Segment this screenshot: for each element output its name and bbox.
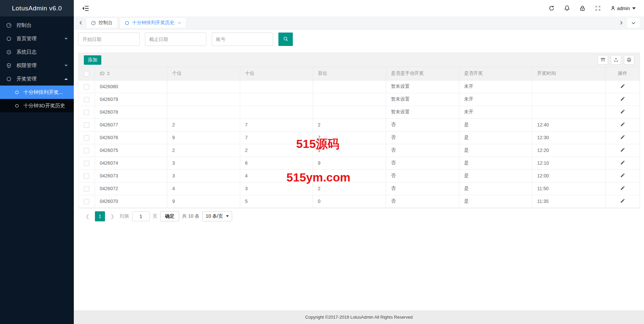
cell-opened: 未开 <box>459 93 532 106</box>
row-checkbox[interactable] <box>84 186 89 192</box>
edit-icon[interactable] <box>620 84 625 89</box>
row-checkbox[interactable] <box>84 135 89 141</box>
account-input[interactable] <box>212 33 273 46</box>
table-header: ID 个位 十位 百位 是否是手动开奖 是否开奖 开奖时间 操作 <box>78 67 640 80</box>
add-button[interactable]: 添加 <box>84 55 101 65</box>
cell-hundreds <box>313 80 386 93</box>
total-count: 共 10 条 <box>182 213 199 219</box>
cell-opened: 未开 <box>459 106 532 118</box>
lock-icon[interactable] <box>579 5 586 11</box>
goto-page-input[interactable] <box>132 211 150 221</box>
edit-icon[interactable] <box>620 173 625 178</box>
export-icon[interactable] <box>611 55 621 65</box>
row-checkbox[interactable] <box>84 84 89 90</box>
cell-units: 9 <box>167 131 240 144</box>
sidebar-subitem-tenmin-3d[interactable]: 十分钟3D开奖历史 <box>0 99 74 112</box>
cell-id: 0426076 <box>95 131 167 144</box>
edit-icon[interactable] <box>620 185 625 191</box>
tab-close-icon[interactable]: × <box>178 20 181 26</box>
tabs-scroll-left-icon[interactable] <box>78 20 84 25</box>
cell-manual: 否 <box>386 195 459 208</box>
edit-icon[interactable] <box>620 147 625 152</box>
cell-id: 0426075 <box>95 144 167 157</box>
prev-page-icon[interactable]: ❮ <box>83 211 92 221</box>
bell-icon[interactable] <box>564 5 570 11</box>
row-checkbox[interactable] <box>84 110 89 115</box>
cell-units: 3 <box>167 157 240 169</box>
edit-icon[interactable] <box>620 96 625 101</box>
search-button[interactable] <box>278 33 293 46</box>
row-checkbox[interactable] <box>84 148 89 153</box>
select-all-checkbox[interactable] <box>84 71 89 76</box>
cell-actions <box>605 131 640 144</box>
app-title: LotusAdmin v6.0 <box>0 0 74 16</box>
page-size-select[interactable]: 10 条/页 <box>202 211 232 221</box>
sidebar-subitem-label: 十分钟排列开奖... <box>23 89 63 96</box>
next-page-icon[interactable]: ❯ <box>108 211 117 221</box>
edit-icon[interactable] <box>620 198 625 203</box>
cell-actions <box>605 195 640 208</box>
edit-icon[interactable] <box>620 109 625 114</box>
cell-time <box>532 80 605 93</box>
sidebar-item-home-mgmt[interactable]: 首页管理 <box>0 32 74 45</box>
table-body: 0426080 暂未设置 未开 0426079 暂未设置 未开 0426078 … <box>78 80 640 208</box>
start-date-input[interactable] <box>78 33 140 46</box>
sidebar-item-label: 开奖管理 <box>16 76 37 82</box>
cell-tens <box>240 93 313 106</box>
tabbar: 控制台 十分钟排列开奖历史 × <box>74 16 644 30</box>
edit-icon[interactable] <box>620 160 625 165</box>
current-page-button[interactable]: 1 <box>95 211 105 221</box>
sort-icon[interactable] <box>107 71 110 75</box>
cell-actions <box>605 169 640 182</box>
print-icon[interactable] <box>624 55 634 65</box>
collapse-sidebar-icon[interactable] <box>82 5 90 12</box>
row-checkbox[interactable] <box>84 199 89 204</box>
end-date-input[interactable] <box>145 33 206 46</box>
cell-tens: 3 <box>240 182 313 195</box>
row-checkbox[interactable] <box>84 161 89 166</box>
row-checkbox-cell <box>78 131 95 144</box>
tabs-dropdown-button[interactable] <box>627 18 640 28</box>
sidebar-item-draw-mgmt[interactable]: 开奖管理 <box>0 72 74 86</box>
header-is-drawn: 是否开奖 <box>459 67 532 80</box>
cell-units <box>167 80 240 93</box>
footer: Copyright ©2017-2019 LotusAdmin All Righ… <box>74 310 644 324</box>
row-checkbox[interactable] <box>84 97 89 102</box>
tab-console[interactable]: 控制台 <box>87 18 117 28</box>
row-checkbox[interactable] <box>84 122 89 128</box>
clock-icon <box>6 49 12 55</box>
cell-tens: 7 <box>240 131 313 144</box>
sidebar-submenu: 十分钟排列开奖... 十分钟3D开奖历史 <box>0 86 74 112</box>
edit-icon[interactable] <box>620 134 625 140</box>
header-draw-time: 开奖时间 <box>532 67 605 80</box>
cell-time <box>532 93 605 106</box>
row-checkbox-cell <box>78 80 95 93</box>
row-checkbox[interactable] <box>84 173 89 179</box>
cell-tens <box>240 80 313 93</box>
confirm-button[interactable]: 确定 <box>160 211 179 221</box>
sidebar-subitem-tenmin-pailie[interactable]: 十分钟排列开奖... <box>0 86 74 99</box>
page-content: 添加 <box>74 30 644 310</box>
table-toolbar: 添加 <box>78 53 640 67</box>
row-checkbox-cell <box>78 106 95 118</box>
tab-tenmin-pailie-history[interactable]: 十分钟排列开奖历史 × <box>120 18 185 28</box>
sidebar-item-permissions[interactable]: 权限管理 <box>0 59 74 72</box>
fullscreen-icon[interactable] <box>595 5 601 11</box>
sidebar-item-label: 首页管理 <box>16 36 37 42</box>
columns-icon[interactable] <box>598 55 608 65</box>
cell-units: 2 <box>167 144 240 157</box>
sidebar-item-system-logs[interactable]: 系统日志 <box>0 45 74 59</box>
cell-manual: 否 <box>386 157 459 169</box>
cell-actions <box>605 182 640 195</box>
sidebar-item-console[interactable]: 控制台 <box>0 18 74 32</box>
user-menu[interactable]: admin <box>610 5 636 11</box>
table-row: 0426080 暂未设置 未开 <box>78 80 640 93</box>
cell-manual: 否 <box>386 169 459 182</box>
refresh-icon[interactable] <box>548 5 555 11</box>
gauge-icon <box>91 20 96 25</box>
header-actions: 操作 <box>605 67 640 80</box>
tabs-scroll-right-icon[interactable] <box>619 20 624 25</box>
header-tens: 十位 <box>240 67 313 80</box>
sidebar: LotusAdmin v6.0 控制台 首页管理 系统日志 权限管理 <box>0 0 74 324</box>
edit-icon[interactable] <box>620 122 625 127</box>
